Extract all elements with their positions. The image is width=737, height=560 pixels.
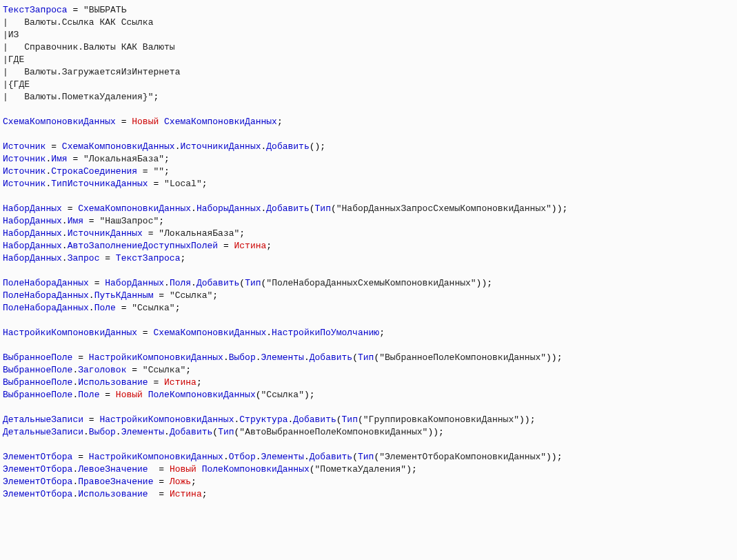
code-token: ПолеНабораДанных [3,278,89,288]
code-token: ЭлементОтбора [3,452,72,462]
code-token: . [223,352,229,363]
code-token: Добавить [196,278,239,288]
code-token: = [89,278,105,288]
code-token: = [68,154,83,164]
code-token: ТипИсточникаДанных [51,179,148,189]
code-token: ПолеНабораДанных [3,290,89,301]
code-token: = [46,141,61,152]
code-token: ЭлементОтбора [3,477,72,487]
code-token: Имя [51,154,67,164]
code-token: Добавить [293,414,336,425]
code-token: = [137,166,153,177]
code-token: ; [202,489,208,499]
code-token: ; [175,303,181,313]
code-token: = [137,328,153,338]
code-token: = [153,290,169,301]
code-token: ПолеКомпоновкиДанных [202,464,310,474]
code-token: Тип [315,203,331,214]
code-token: Выбор [229,352,256,363]
code-token: . [164,427,170,437]
code-token: ДетальныеЗаписи [3,414,83,425]
code-token: = [126,365,142,375]
code-token: = [72,452,88,462]
code-token: ; [266,241,272,251]
code-token [196,464,202,474]
code-token: Тип [218,427,234,437]
code-token: ( [331,203,336,214]
code-token: . [62,253,68,263]
code-token: ПолеНабораДанных [3,303,89,313]
code-token: = [143,228,159,239]
code-token: ( [336,414,342,425]
code-token: ; [164,154,170,164]
code-token: = [83,414,99,425]
code-token: ПравоеЗначение [78,477,153,487]
code-token: НаборДанных [3,241,62,251]
code-token: НаборДанных [3,253,62,263]
code-token: . [62,241,68,251]
code-token: Новый [170,464,196,474]
code-token: ; [153,92,159,102]
code-token: Тип [342,414,358,425]
code-token: ; [239,228,245,239]
code-token: ; [212,290,218,301]
code-token: . [164,278,170,288]
code-token: Тип [358,452,374,462]
code-token: НастройкиКомпоновкиДанных [3,328,137,338]
code-token: "ПометкаУдаления" [315,464,407,474]
code-token: ТекстЗапроса [116,253,181,263]
code-token: Новый [116,390,143,400]
code-token: = [218,241,234,251]
code-token: ЛевоеЗначение [78,464,148,474]
code-token: | Справочник.Валюты КАК Валюты [3,42,175,52]
code-token: "ПолеНабораДанныхСхемыКомпоновкиДанных" [266,278,476,288]
code-token: )); [427,427,443,437]
code-token: )); [552,203,567,214]
code-token: НастройкиКомпоновкиДанных [89,352,223,363]
code-token: . [304,352,310,363]
code-token: = [148,489,170,499]
code-token: ( [310,464,315,474]
code-token: Источник [3,179,46,189]
code-token: Добавить [310,452,352,462]
code-token: Источник [3,166,46,177]
code-token: Новый [132,117,159,127]
code-token: НаборДанных [105,278,164,288]
code-token: НастройкиКомпоновкиДанных [89,452,223,462]
code-token: СхемаКомпоновкиДанных [62,141,175,152]
code-token: . [256,352,261,363]
code-token: "Ссылка" [132,303,174,313]
code-token: Источник [3,141,46,152]
code-token: = [116,117,132,127]
code-token: ТекстЗапроса [3,5,68,15]
code-token: Имя [68,216,83,226]
code-token: ПутьКДанным [94,290,154,301]
code-token: Истина [170,489,202,499]
code-token: ( [256,390,261,400]
code-token: . [191,203,196,214]
code-token: = [148,377,164,388]
code-token: НастройкиПоУмолчанию [272,328,379,338]
code-token: Заголовок [78,365,126,375]
code-token: Выбор [89,427,116,437]
code-token: Истина [234,241,266,251]
code-token: . [223,452,229,462]
code-token: НаборДанных [3,216,62,226]
code-token: ; [159,216,164,226]
code-token: ( [352,452,358,462]
code-token: )); [519,414,535,425]
code-token: Добавить [310,352,352,363]
code-token: ; [196,377,202,388]
code-token: ; [202,179,208,189]
code-token: Источник [3,154,46,164]
code-block: ТекстЗапроса = "ВЫБРАТЬ | Валюты.Ссылка … [0,0,737,505]
code-token: "Ссылка" [143,365,185,375]
code-token: Тип [358,352,374,363]
code-token: Истина [164,377,196,388]
code-token: "ВЫБРАТЬ [83,5,126,15]
code-token: "Ссылка" [170,290,212,301]
code-token: = [148,179,164,189]
code-token: Добавить [266,141,309,152]
code-token: Отбор [229,452,256,462]
code-token: | Валюты.ЗагружаетсяИзИнтернета [3,67,180,77]
